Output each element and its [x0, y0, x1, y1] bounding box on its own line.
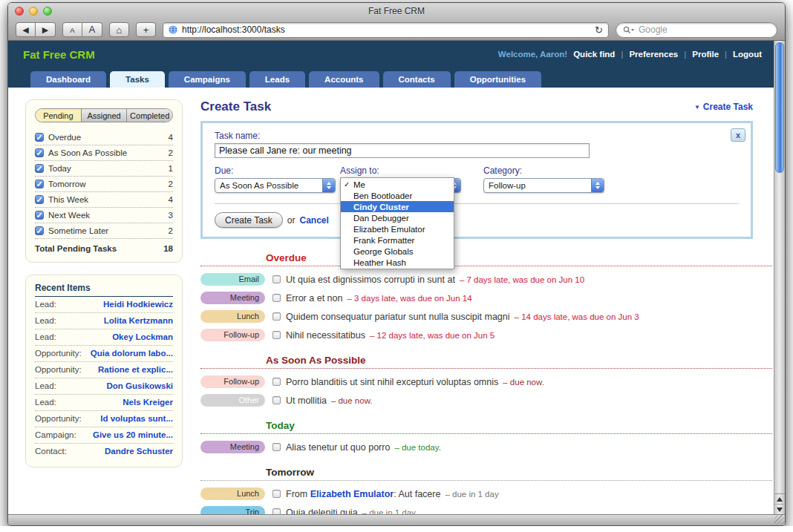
assign-option-heather-hash[interactable]: Heather Hash: [341, 257, 454, 268]
tab-tasks[interactable]: Tasks: [110, 71, 165, 88]
filter-tab-assigned[interactable]: Assigned: [81, 109, 127, 122]
recent-item-link[interactable]: Ratione et explic...: [98, 365, 173, 374]
tab-campaigns[interactable]: Campaigns: [169, 71, 246, 88]
task-text-segment: : Aut facere: [394, 489, 440, 499]
task-checkbox[interactable]: [273, 508, 281, 514]
task-checkbox[interactable]: [273, 396, 281, 404]
assign-option-frank-formatter[interactable]: Frank Formatter: [341, 234, 454, 246]
assign-option-label: Frank Formatter: [353, 236, 414, 245]
category-pill: Trip: [200, 506, 265, 514]
filter-row-today: ✓Today1: [35, 161, 173, 177]
scroll-up-button[interactable]: [774, 494, 785, 504]
task-link[interactable]: Elizabeth Emulator: [310, 489, 394, 499]
checkbox-checked-icon[interactable]: ✓: [35, 211, 44, 220]
checkbox-checked-icon[interactable]: ✓: [35, 164, 44, 173]
due-label: Due:: [215, 165, 340, 176]
create-task-toggle[interactable]: ▼ Create Task: [694, 102, 753, 112]
recent-item-link[interactable]: Don Gusikowski: [107, 381, 173, 390]
checkbox-checked-icon[interactable]: ✓: [35, 180, 44, 188]
larger-text-button[interactable]: A: [82, 22, 102, 37]
task-section-today: TodayMeetingAlias tenetur ut quo porro– …: [200, 418, 772, 453]
checkbox-checked-icon[interactable]: ✓: [35, 148, 44, 157]
due-select[interactable]: As Soon As Possible: [215, 178, 336, 193]
scrollbar-thumb[interactable]: [775, 42, 784, 173]
category-select[interactable]: Follow-up: [483, 178, 604, 193]
checkbox-checked-icon[interactable]: ✓: [35, 133, 44, 142]
search-input[interactable]: Google: [616, 22, 777, 38]
filter-tab-pending[interactable]: Pending: [36, 109, 81, 122]
task-checkbox[interactable]: [273, 275, 281, 283]
task-due: – due in 1 day: [362, 508, 416, 515]
task-checkbox[interactable]: [273, 294, 281, 302]
tab-dashboard[interactable]: Dashboard: [30, 71, 106, 88]
minimize-window-button[interactable]: [29, 7, 38, 16]
scroll-up-icon: [777, 497, 783, 502]
new-tab-button[interactable]: +: [136, 22, 156, 37]
tab-contacts[interactable]: Contacts: [383, 71, 451, 88]
forward-button[interactable]: ▶: [36, 22, 56, 37]
assign-option-me[interactable]: ✓Me: [341, 179, 454, 190]
tab-opportunities[interactable]: Opportunities: [454, 71, 541, 88]
user-links: Welcome, Aaron! Quick find|Preferences|P…: [498, 50, 762, 59]
assign-option-label: Dan Debugger: [353, 214, 409, 223]
assign-option-elizabeth-emulator[interactable]: Elizabeth Emulator: [341, 223, 454, 234]
close-form-button[interactable]: x: [731, 128, 745, 142]
filter-label: Tomorrow: [48, 180, 85, 188]
due-select-value: As Soon As Possible: [215, 181, 322, 190]
assign-label: Assign to:: [340, 165, 483, 176]
task-due: – due now.: [503, 378, 544, 387]
header-link-profile[interactable]: Profile: [692, 50, 719, 59]
header-link-logout[interactable]: Logout: [733, 50, 762, 59]
task-checkbox[interactable]: [273, 312, 281, 321]
task-checkbox[interactable]: [273, 490, 281, 498]
recent-item: Opportunity:Ratione et explic...: [35, 362, 173, 378]
reload-icon[interactable]: ↻: [595, 25, 603, 35]
filter-row-next-week: ✓Next Week3: [35, 208, 173, 223]
category-pill: Lunch: [200, 487, 265, 500]
close-window-button[interactable]: [15, 7, 24, 16]
filter-row-sometime-later: ✓Sometime Later2: [35, 223, 173, 239]
recent-item-link[interactable]: Nels Kreiger: [123, 398, 173, 407]
header-link-quick-find[interactable]: Quick find: [573, 50, 615, 59]
vertical-scrollbar[interactable]: [774, 41, 785, 514]
recent-item-link[interactable]: Quia dolorum labo...: [91, 349, 173, 358]
address-bar[interactable]: http://localhost:3000/tasks ↻: [163, 22, 609, 38]
task-row: MeetingAlias tenetur ut quo porro– due t…: [200, 441, 772, 453]
task-text-segment: Quia deleniti quia: [286, 508, 358, 515]
recent-item-link[interactable]: Okey Lockman: [112, 332, 173, 341]
home-button[interactable]: ⌂: [109, 22, 129, 37]
cancel-link[interactable]: Cancel: [299, 215, 328, 226]
assign-dropdown-menu: ✓MeBen BootloaderCindy ClusterDan Debugg…: [340, 177, 454, 269]
checkbox-checked-icon[interactable]: ✓: [35, 195, 44, 204]
smaller-text-button[interactable]: A: [62, 22, 82, 37]
recent-item-link[interactable]: Dandre Schuster: [105, 447, 173, 456]
tab-leads[interactable]: Leads: [249, 71, 305, 88]
assign-option-ben-bootloader[interactable]: Ben Bootloader: [341, 190, 454, 201]
recent-item-link[interactable]: Lolita Kertzmann: [104, 316, 173, 325]
create-task-button[interactable]: Create Task: [215, 212, 283, 228]
assign-option-label: Heather Hash: [353, 258, 406, 267]
main-panel: Create Task ▼ Create Task x Task name:: [183, 99, 774, 514]
checkbox-checked-icon[interactable]: ✓: [35, 226, 44, 235]
resize-grip-icon[interactable]: [774, 515, 784, 525]
task-checkbox[interactable]: [273, 331, 281, 339]
task-name-input[interactable]: [215, 143, 590, 158]
recent-item-link[interactable]: Give us 20 minute...: [93, 430, 173, 439]
task-text: Alias tenetur ut quo porro: [286, 442, 390, 453]
recent-item-link[interactable]: Heidi Hodkiewicz: [103, 300, 173, 309]
assign-option-cindy-cluster[interactable]: Cindy Cluster: [341, 201, 454, 212]
header-link-preferences[interactable]: Preferences: [629, 50, 678, 59]
task-checkbox[interactable]: [273, 378, 281, 386]
assign-option-dan-debugger[interactable]: Dan Debugger: [341, 212, 454, 223]
recent-item-link[interactable]: Id voluptas sunt...: [100, 414, 173, 423]
window-titlebar[interactable]: Fat Free CRM: [8, 3, 785, 19]
task-checkbox[interactable]: [273, 443, 281, 451]
zoom-window-button[interactable]: [43, 7, 52, 16]
back-button[interactable]: ◀: [16, 22, 36, 37]
browser-toolbar: ◀ ▶ A A ⌂ + http://localhost:3000/tasks …: [8, 19, 785, 41]
scroll-down-button[interactable]: [774, 504, 785, 514]
task-section-overdue: OverdueEmailUt quia est dignissimos corr…: [200, 251, 772, 341]
filter-tab-completed[interactable]: Completed: [126, 109, 172, 122]
assign-option-george-globals[interactable]: George Globals: [341, 246, 454, 257]
tab-accounts[interactable]: Accounts: [309, 71, 379, 88]
